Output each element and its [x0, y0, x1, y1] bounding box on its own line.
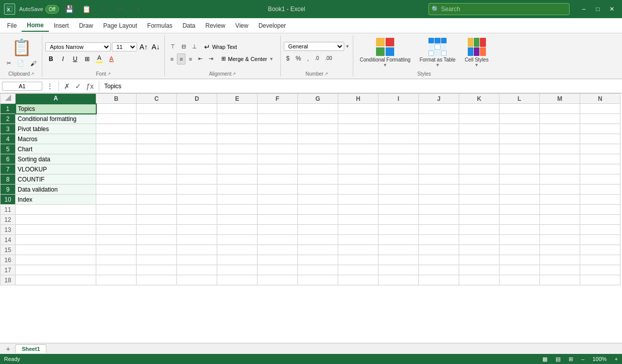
- cell-C18[interactable]: [137, 275, 177, 285]
- col-header-H[interactable]: H: [338, 94, 379, 104]
- cell-M6[interactable]: [540, 154, 580, 164]
- quick-access-more[interactable]: ▼: [132, 3, 145, 16]
- cell-E6[interactable]: [217, 154, 258, 164]
- cell-D4[interactable]: [177, 134, 217, 144]
- cell-G8[interactable]: [298, 174, 338, 185]
- align-middle-button[interactable]: ⊟: [179, 41, 189, 52]
- font-expand-icon[interactable]: ↗: [107, 72, 111, 76]
- cell-E4[interactable]: [217, 134, 258, 144]
- cell-J16[interactable]: [419, 255, 459, 265]
- cell-G1[interactable]: [298, 104, 338, 114]
- cell-I10[interactable]: [379, 195, 419, 205]
- cell-E13[interactable]: [217, 225, 258, 235]
- cell-A10[interactable]: Index: [16, 195, 96, 205]
- cell-K9[interactable]: [459, 185, 500, 195]
- cell-F10[interactable]: [258, 195, 298, 205]
- cell-L2[interactable]: [500, 114, 540, 124]
- cell-reference-input[interactable]: [2, 82, 42, 91]
- cell-I7[interactable]: [379, 164, 419, 174]
- cell-D18[interactable]: [177, 275, 217, 285]
- cell-I1[interactable]: [379, 104, 419, 114]
- bold-button[interactable]: B: [45, 53, 56, 65]
- cell-N9[interactable]: [580, 185, 620, 195]
- cell-K18[interactable]: [459, 275, 500, 285]
- cell-H17[interactable]: [338, 265, 379, 275]
- cell-C1[interactable]: [137, 104, 177, 114]
- borders-button[interactable]: ⊞: [82, 53, 93, 65]
- undo-button[interactable]: ↩: [97, 3, 110, 16]
- cell-A16[interactable]: [16, 255, 96, 265]
- cell-I11[interactable]: [379, 205, 419, 215]
- cell-F6[interactable]: [258, 154, 298, 164]
- cell-G17[interactable]: [298, 265, 338, 275]
- formula-more-icon[interactable]: ⋮: [44, 81, 55, 91]
- cell-L16[interactable]: [500, 255, 540, 265]
- menu-item-formulas[interactable]: Formulas: [142, 20, 177, 31]
- cell-L4[interactable]: [500, 134, 540, 144]
- cell-C3[interactable]: [137, 124, 177, 134]
- number-expand-icon[interactable]: ↗: [325, 72, 328, 76]
- cell-L6[interactable]: [500, 154, 540, 164]
- currency-button[interactable]: $: [284, 53, 292, 64]
- cell-L8[interactable]: [500, 174, 540, 185]
- cond-format-arrow[interactable]: ▼: [383, 63, 388, 68]
- cell-H10[interactable]: [338, 195, 379, 205]
- cell-H7[interactable]: [338, 164, 379, 174]
- cell-M14[interactable]: [540, 235, 580, 245]
- cell-F14[interactable]: [258, 235, 298, 245]
- cell-N17[interactable]: [580, 265, 620, 275]
- cell-M11[interactable]: [540, 205, 580, 215]
- cell-K15[interactable]: [459, 245, 500, 255]
- cell-I5[interactable]: [379, 144, 419, 154]
- cell-D14[interactable]: [177, 235, 217, 245]
- row-num-18[interactable]: 18: [1, 275, 16, 285]
- cell-F7[interactable]: [258, 164, 298, 174]
- cell-G18[interactable]: [298, 275, 338, 285]
- cell-L18[interactable]: [500, 275, 540, 285]
- cell-J5[interactable]: [419, 144, 459, 154]
- cell-A12[interactable]: [16, 215, 96, 225]
- font-family-select[interactable]: Aptos Narrow: [45, 42, 111, 51]
- cell-F9[interactable]: [258, 185, 298, 195]
- cell-M16[interactable]: [540, 255, 580, 265]
- cell-D1[interactable]: [177, 104, 217, 114]
- cell-M3[interactable]: [540, 124, 580, 134]
- cell-J12[interactable]: [419, 215, 459, 225]
- row-num-7[interactable]: 7: [1, 164, 16, 174]
- cell-C16[interactable]: [137, 255, 177, 265]
- cell-I6[interactable]: [379, 154, 419, 164]
- cell-N12[interactable]: [580, 215, 620, 225]
- cell-M15[interactable]: [540, 245, 580, 255]
- percent-button[interactable]: %: [293, 53, 304, 64]
- cell-L14[interactable]: [500, 235, 540, 245]
- close-button[interactable]: ✕: [606, 3, 618, 15]
- cell-H3[interactable]: [338, 124, 379, 134]
- col-header-F[interactable]: F: [258, 94, 298, 104]
- formula-input[interactable]: [102, 82, 620, 91]
- cell-L9[interactable]: [500, 185, 540, 195]
- cell-G4[interactable]: [298, 134, 338, 144]
- cell-N4[interactable]: [580, 134, 620, 144]
- cell-H15[interactable]: [338, 245, 379, 255]
- col-header-D[interactable]: D: [177, 94, 217, 104]
- search-input[interactable]: [428, 3, 570, 15]
- cell-F4[interactable]: [258, 134, 298, 144]
- menu-item-page-layout[interactable]: Page Layout: [98, 20, 142, 31]
- cell-I12[interactable]: [379, 215, 419, 225]
- cell-F2[interactable]: [258, 114, 298, 124]
- cell-E16[interactable]: [217, 255, 258, 265]
- cell-F16[interactable]: [258, 255, 298, 265]
- cell-M13[interactable]: [540, 225, 580, 235]
- cell-B16[interactable]: [96, 255, 137, 265]
- cell-N7[interactable]: [580, 164, 620, 174]
- cell-K13[interactable]: [459, 225, 500, 235]
- decrease-font-button[interactable]: A↓: [150, 41, 161, 52]
- cell-L11[interactable]: [500, 205, 540, 215]
- format-as-table-button[interactable]: Format as Table ▼: [416, 35, 459, 70]
- cell-N5[interactable]: [580, 144, 620, 154]
- cell-J14[interactable]: [419, 235, 459, 245]
- cell-C11[interactable]: [137, 205, 177, 215]
- cell-J13[interactable]: [419, 225, 459, 235]
- cell-C17[interactable]: [137, 265, 177, 275]
- row-num-5[interactable]: 5: [1, 144, 16, 154]
